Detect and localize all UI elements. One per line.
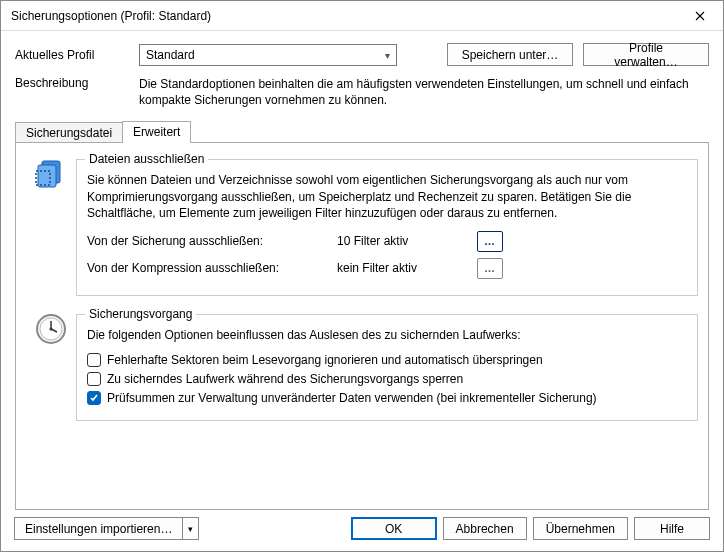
- exclude-compression-label: Von der Kompression ausschließen:: [87, 261, 337, 275]
- ok-button[interactable]: OK: [351, 517, 437, 540]
- checkbox-ignore-bad-sectors-label: Fehlerhafte Sektoren beim Lesevorgang ig…: [107, 353, 543, 367]
- exclude-compression-edit-button[interactable]: …: [477, 258, 503, 279]
- help-button[interactable]: Hilfe: [634, 517, 710, 540]
- close-button[interactable]: [677, 1, 723, 31]
- checkbox-lock-drive[interactable]: [87, 372, 101, 386]
- checkbox-ignore-bad-sectors[interactable]: [87, 353, 101, 367]
- tab-panel-erweitert: Dateien ausschließen Sie können Dateien …: [15, 142, 709, 510]
- backup-process-group: Sicherungsvorgang Die folgenden Optionen…: [76, 314, 698, 421]
- import-settings-dropdown[interactable]: ▾: [183, 517, 199, 540]
- backup-process-legend: Sicherungsvorgang: [85, 307, 196, 321]
- svg-point-7: [50, 327, 53, 330]
- exclude-backup-edit-button[interactable]: …: [477, 231, 503, 252]
- checkbox-checksums[interactable]: [87, 391, 101, 405]
- profile-select-value: Standard: [146, 48, 195, 62]
- title-bar: Sicherungsoptionen (Profil: Standard): [1, 1, 723, 31]
- tab-sicherungsdatei[interactable]: Sicherungsdatei: [15, 122, 123, 143]
- manage-profiles-button[interactable]: Profile verwalten…: [583, 43, 709, 66]
- save-as-button[interactable]: Speichern unter…: [447, 43, 573, 66]
- clock-icon: [26, 308, 76, 421]
- profile-select[interactable]: Standard ▾: [139, 44, 397, 66]
- checkbox-lock-drive-label: Zu sicherndes Laufwerk während des Siche…: [107, 372, 463, 386]
- files-icon: [26, 153, 76, 296]
- exclude-files-legend: Dateien ausschließen: [85, 152, 208, 166]
- chevron-down-icon: ▾: [385, 49, 390, 60]
- import-settings-button[interactable]: Einstellungen importieren…: [14, 517, 183, 540]
- description-text: Die Standardoptionen beinhalten die am h…: [139, 76, 709, 108]
- window-title: Sicherungsoptionen (Profil: Standard): [11, 9, 677, 23]
- checkbox-checksums-label: Prüfsummen zur Verwaltung unveränderter …: [107, 391, 597, 405]
- description-label: Beschreibung: [15, 76, 129, 108]
- apply-button[interactable]: Übernehmen: [533, 517, 628, 540]
- import-settings-splitbutton[interactable]: Einstellungen importieren… ▾: [14, 517, 199, 540]
- backup-process-intro: Die folgenden Optionen beeinflussen das …: [87, 327, 687, 343]
- exclude-backup-label: Von der Sicherung ausschließen:: [87, 234, 337, 248]
- exclude-files-intro: Sie können Dateien und Verzeichnisse sow…: [87, 172, 687, 221]
- exclude-files-group: Dateien ausschließen Sie können Dateien …: [76, 159, 698, 296]
- exclude-compression-status: kein Filter aktiv: [337, 261, 477, 275]
- cancel-button[interactable]: Abbrechen: [443, 517, 527, 540]
- svg-rect-1: [38, 165, 56, 187]
- tab-erweitert[interactable]: Erweitert: [122, 121, 191, 143]
- exclude-backup-status: 10 Filter aktiv: [337, 234, 477, 248]
- current-profile-label: Aktuelles Profil: [15, 48, 129, 62]
